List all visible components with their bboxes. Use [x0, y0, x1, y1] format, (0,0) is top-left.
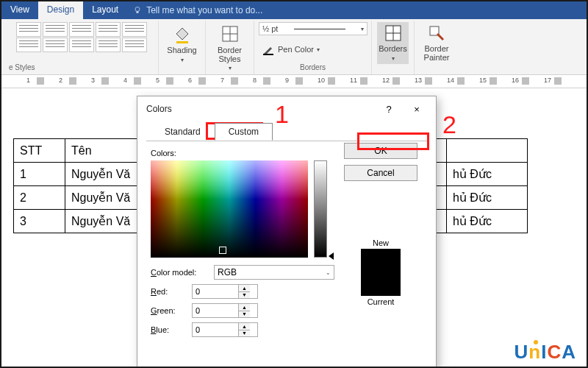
ruler-tab-icon	[360, 77, 368, 85]
pen-icon	[262, 43, 275, 56]
color-cursor-icon	[219, 247, 226, 254]
ruler-number: 10	[318, 77, 325, 84]
ruler-number: 14	[447, 77, 454, 84]
ruler-number: 17	[544, 77, 551, 84]
spin-up-icon[interactable]: ▲	[239, 304, 250, 311]
ruler-number: 13	[415, 77, 422, 84]
ruler-tab-icon	[295, 77, 303, 85]
paintbrush-icon	[427, 24, 446, 43]
spin-up-icon[interactable]: ▲	[239, 323, 250, 330]
green-input[interactable]	[193, 304, 238, 317]
luminance-slider[interactable]	[314, 160, 327, 258]
tab-design[interactable]: Design	[38, 1, 83, 19]
brand-logo: UnICA	[514, 341, 576, 364]
ok-button[interactable]: OK	[344, 143, 417, 159]
tab-view[interactable]: View	[1, 1, 38, 19]
svg-point-0	[135, 7, 140, 12]
red-spinner[interactable]: ▲▼	[192, 284, 258, 299]
header-stt[interactable]: STT	[14, 139, 65, 163]
tab-standard[interactable]: Standard	[151, 123, 215, 141]
annotation-2: 2	[442, 110, 456, 139]
pen-color-dropdown[interactable]: Pen Color ▾	[259, 41, 323, 57]
lightbulb-icon	[133, 6, 142, 15]
spin-down-icon[interactable]: ▼	[239, 330, 250, 337]
ruler-tab-icon	[425, 77, 432, 85]
red-input[interactable]	[193, 285, 238, 298]
ruler-number: 11	[350, 77, 357, 84]
ruler-number: 8	[253, 77, 257, 84]
ruler-tab-icon	[231, 77, 238, 85]
cancel-button[interactable]: Cancel	[344, 165, 417, 181]
color-preview	[361, 249, 401, 296]
spin-down-icon[interactable]: ▼	[239, 292, 250, 299]
border-styles-icon	[220, 24, 240, 44]
ruler-number: 5	[156, 77, 159, 84]
pen-weight-dropdown[interactable]: ½ pt ▾	[259, 22, 368, 35]
ruler-number: 4	[123, 77, 127, 84]
ruler-number: 7	[220, 77, 224, 84]
ruler-tab-icon	[166, 77, 173, 85]
ruler-number: 6	[188, 77, 192, 84]
ruler-tab-icon	[101, 77, 109, 85]
svg-rect-2	[176, 41, 188, 43]
tab-layout[interactable]: Layout	[83, 1, 127, 19]
ruler-number: 1	[26, 77, 30, 84]
table-styles-gallery[interactable]	[16, 22, 147, 52]
bucket-icon	[172, 24, 193, 44]
color-model-label: Color model:	[151, 268, 209, 277]
ruler-tab-icon	[457, 77, 465, 85]
spin-down-icon[interactable]: ▼	[239, 311, 250, 318]
ruler-number: 12	[382, 77, 390, 84]
svg-rect-1	[137, 12, 139, 13]
ribbon-tab-strip: View Design Layout Tell me what you want…	[1, 1, 587, 19]
blue-spinner[interactable]: ▲▼	[192, 322, 258, 337]
svg-rect-6	[263, 54, 273, 55]
color-field[interactable]	[151, 160, 308, 258]
ruler-tab-icon	[69, 77, 76, 85]
green-spinner[interactable]: ▲▼	[192, 303, 258, 318]
green-label: Green:	[151, 306, 187, 315]
help-button[interactable]: ?	[376, 101, 402, 117]
ruler-tab-icon	[263, 77, 270, 85]
ruler-tab-icon	[554, 77, 562, 85]
border-styles-button[interactable]: Border Styles ▾	[213, 22, 246, 73]
horizontal-ruler[interactable]: /*populated below*/ 12345678910111213141…	[1, 75, 587, 88]
borders-button[interactable]: Borders▾	[377, 22, 409, 64]
color-model-select[interactable]: RGB⌄	[214, 265, 334, 280]
colors-dialog: Colors ? × Standard Custom Colors:	[137, 96, 437, 368]
ruler-tab-icon	[522, 77, 529, 85]
borders-group-label: Borders	[300, 63, 326, 73]
close-button[interactable]: ×	[404, 101, 430, 117]
border-painter-button[interactable]: Border Painter	[420, 22, 454, 63]
ruler-tab-icon	[134, 77, 141, 85]
ribbon-body: e Styles Shading▾ Border Styles ▾ ½ pt ▾…	[1, 19, 587, 75]
dialog-title: Colors	[146, 104, 172, 114]
shading-button[interactable]: Shading▾	[162, 22, 201, 66]
ruler-number: 15	[479, 77, 487, 84]
ruler-number: 2	[59, 77, 62, 84]
styles-group-label: e Styles	[9, 63, 35, 73]
ruler-tab-icon	[490, 77, 497, 85]
pen-sample-icon	[294, 29, 345, 29]
document-area[interactable]: STT Tên 1 Nguyễn Vă hủ Đức 2 Nguyễn Vă h…	[1, 88, 587, 368]
ruler-tab-icon	[37, 77, 44, 85]
ruler-number: 3	[91, 77, 95, 84]
blue-input[interactable]	[193, 323, 238, 336]
tell-me-search[interactable]: Tell me what you want to do...	[133, 1, 262, 19]
spin-up-icon[interactable]: ▲	[239, 285, 250, 292]
ruler-tab-icon	[198, 77, 206, 85]
tab-custom[interactable]: Custom	[215, 123, 273, 141]
borders-icon	[384, 24, 403, 43]
ruler-number: 16	[512, 77, 519, 84]
ruler-tab-icon	[392, 77, 400, 85]
ruler-tab-icon	[328, 77, 335, 85]
tell-me-label: Tell me what you want to do...	[146, 5, 262, 15]
colors-label: Colors:	[151, 149, 334, 158]
chevron-down-icon: ⌄	[326, 269, 331, 276]
ruler-number: 9	[285, 77, 289, 84]
blue-label: Blue:	[151, 325, 187, 334]
slider-caret-icon	[329, 252, 334, 260]
new-label: New	[361, 238, 401, 247]
current-label: Current	[361, 297, 401, 306]
red-label: Red:	[151, 287, 187, 296]
